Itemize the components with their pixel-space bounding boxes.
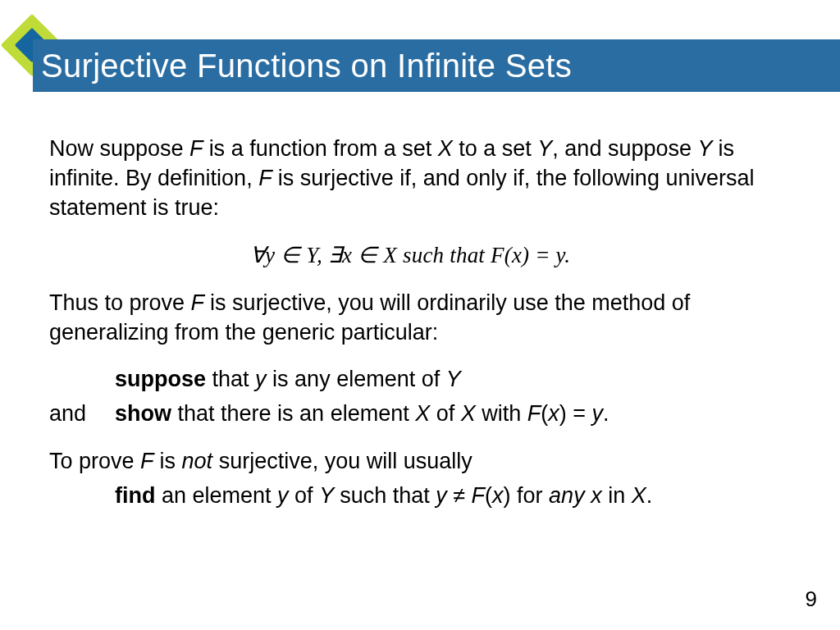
text: an element xyxy=(155,483,277,508)
text: for xyxy=(517,483,549,508)
universal-statement-formula: ∀y ∈ Y, ∃x ∈ X such that F(x) = y. xyxy=(49,241,771,271)
negation-intro: To prove F is not surjective, you will u… xyxy=(49,447,771,477)
text: in xyxy=(602,483,632,508)
thus-paragraph: Thus to prove F is surjective, you will … xyxy=(49,289,771,348)
var-F: F xyxy=(191,290,211,315)
text: ( xyxy=(541,401,548,426)
text: , and suppose xyxy=(552,136,697,161)
keyword-suppose: suppose xyxy=(115,367,206,391)
text: such that xyxy=(340,483,436,508)
text: is any element of xyxy=(272,367,446,391)
var-F: F xyxy=(258,166,278,190)
var-X: X xyxy=(632,483,646,508)
text: is a function from a set xyxy=(209,136,438,161)
text: = xyxy=(573,401,591,426)
intro-paragraph: Now suppose F is a function from a set X… xyxy=(49,135,771,223)
var-y: y xyxy=(436,483,453,508)
var-X: X xyxy=(415,401,436,426)
var-F: F xyxy=(472,483,486,508)
var-F: F xyxy=(189,136,209,161)
text: that there is an element xyxy=(171,401,415,426)
text: of xyxy=(294,483,319,508)
var-Y: Y xyxy=(446,367,461,391)
var-X: X xyxy=(461,401,482,426)
text: To prove xyxy=(49,449,140,473)
and-label: and xyxy=(49,399,89,429)
var-Y: Y xyxy=(319,483,340,508)
find-line: find an element y of Y such that y ≠ F(x… xyxy=(115,482,738,511)
keyword-find: find xyxy=(115,483,155,508)
var-y: y xyxy=(255,367,272,391)
text: is xyxy=(160,449,182,473)
show-line: and show that there is an element X of X… xyxy=(49,399,771,429)
text: to a set xyxy=(459,136,537,161)
var-x: x xyxy=(548,401,559,426)
var-y: y xyxy=(592,401,604,426)
text: ) xyxy=(559,401,573,426)
text: . xyxy=(603,401,609,426)
emph-not: not xyxy=(182,449,219,473)
var-X: X xyxy=(438,136,459,161)
var-Y: Y xyxy=(537,136,552,161)
text: . xyxy=(646,483,653,508)
slide-title: Surjective Functions on Infinite Sets xyxy=(41,48,572,84)
var-x: x xyxy=(591,483,602,508)
text: ) xyxy=(504,483,518,508)
text: Now suppose xyxy=(49,136,189,161)
page-number: 9 xyxy=(806,587,817,612)
text: that xyxy=(206,367,255,391)
keyword-show: show xyxy=(115,401,171,426)
show-content: show that there is an element X of X wit… xyxy=(115,399,609,429)
slide-body: Now suppose F is a function from a set X… xyxy=(49,135,771,516)
var-y: y xyxy=(277,483,294,508)
formula-text: ∀y ∈ Y, ∃x ∈ X such that F(x) = y. xyxy=(250,243,570,267)
var-x: x xyxy=(492,483,504,508)
var-F: F xyxy=(140,449,160,473)
text: of xyxy=(436,401,461,426)
text: with xyxy=(482,401,527,426)
suppose-line: suppose that y is any element of Y xyxy=(115,365,771,395)
title-bar: Surjective Functions on Infinite Sets xyxy=(33,39,840,92)
emph-any: any xyxy=(549,483,591,508)
neq: ≠ xyxy=(453,483,471,508)
text: ( xyxy=(485,483,492,508)
var-Y: Y xyxy=(697,136,718,161)
text: surjective, you will usually xyxy=(219,449,472,473)
text: Thus to prove xyxy=(49,290,191,315)
var-F: F xyxy=(527,401,541,426)
